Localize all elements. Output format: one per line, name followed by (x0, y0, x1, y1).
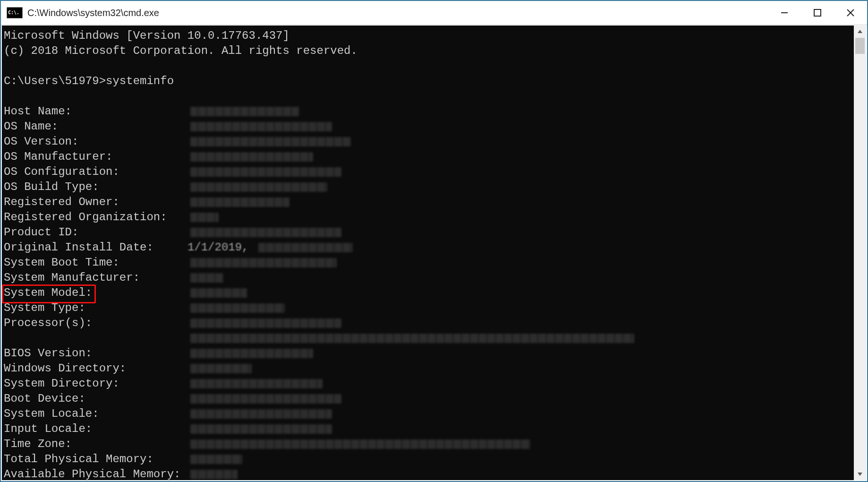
chevron-up-icon (857, 29, 863, 34)
systeminfo-row: Available Physical Memory: (4, 467, 854, 480)
svg-marker-5 (858, 473, 862, 476)
field-label: System Directory: (4, 376, 187, 391)
scroll-thumb[interactable] (855, 38, 865, 54)
systeminfo-row: OS Configuration: (4, 164, 854, 180)
systeminfo-row: Time Zone: (4, 437, 854, 452)
field-label: System Locale: (4, 406, 187, 422)
systeminfo-row: Host Name: (4, 104, 854, 119)
redacted-value (190, 122, 332, 131)
field-label: OS Manufacturer: (4, 149, 187, 164)
field-label: System Boot Time: (4, 255, 187, 270)
maximize-button[interactable] (801, 1, 834, 25)
blank-line (4, 89, 854, 104)
maximize-icon (813, 9, 822, 17)
redacted-value (190, 167, 341, 177)
systeminfo-row: OS Name: (4, 119, 854, 134)
field-label: BIOS Version: (4, 346, 187, 361)
redacted-value (190, 152, 313, 162)
systeminfo-row: Input Locale: (4, 422, 854, 437)
field-partial-value: 1/1/2019, (187, 240, 255, 255)
redacted-value (190, 455, 242, 464)
redacted-value (190, 334, 634, 343)
redacted-value (190, 273, 223, 283)
field-label: Processor(s): (4, 316, 187, 331)
field-label: Original Install Date: (4, 240, 187, 255)
redacted-value (190, 379, 323, 388)
systeminfo-row (4, 331, 854, 346)
field-label: Total Physical Memory: (4, 452, 187, 467)
window-title: C:\Windows\system32\cmd.exe (27, 8, 159, 18)
blank-line (4, 59, 854, 74)
redacted-value (190, 409, 332, 419)
field-label: OS Build Type: (4, 180, 187, 195)
field-label: Host Name: (4, 104, 187, 119)
systeminfo-row: System Locale: (4, 406, 854, 422)
systeminfo-row: OS Build Type: (4, 180, 854, 195)
redacted-value (190, 228, 341, 237)
cmd-icon: C:\. (7, 7, 23, 18)
redacted-value (190, 182, 327, 192)
close-icon (846, 9, 855, 17)
redacted-value (190, 258, 337, 267)
systeminfo-row: System Directory: (4, 376, 854, 391)
redacted-value (190, 470, 238, 479)
console-output[interactable]: Microsoft Windows [Version 10.0.17763.43… (2, 26, 854, 480)
redacted-value (190, 213, 219, 222)
systeminfo-row: System Manufacturer: (4, 270, 854, 285)
redacted-value (190, 349, 313, 358)
close-button[interactable] (834, 1, 867, 25)
field-label: Boot Device: (4, 391, 187, 406)
field-label: OS Version: (4, 134, 187, 149)
vertical-scrollbar[interactable] (854, 26, 866, 480)
systeminfo-row: System Boot Time: (4, 255, 854, 270)
field-label: Input Locale: (4, 422, 187, 437)
svg-marker-4 (858, 30, 862, 33)
redacted-value (190, 318, 341, 328)
field-label: Registered Owner: (4, 195, 187, 210)
field-label (4, 331, 187, 346)
banner-line-2: (c) 2018 Microsoft Corporation. All righ… (4, 43, 854, 59)
systeminfo-row: Registered Owner: (4, 195, 854, 210)
client-area: Microsoft Windows [Version 10.0.17763.43… (2, 26, 866, 480)
systeminfo-row: Windows Directory: (4, 361, 854, 376)
prompt-path: C:\Users\51979> (4, 74, 106, 89)
cmd-window: C:\. C:\Windows\system32\cmd.exe Microso… (0, 0, 868, 482)
redacted-value (190, 107, 299, 116)
minimize-icon (780, 9, 789, 17)
systeminfo-row: OS Version: (4, 134, 854, 149)
prompt-line: C:\Users\51979>systeminfo (4, 74, 854, 89)
svg-rect-1 (814, 9, 821, 16)
systeminfo-row: Processor(s): (4, 316, 854, 331)
redacted-value (190, 288, 247, 298)
minimize-button[interactable] (768, 1, 801, 25)
scroll-track[interactable] (854, 38, 866, 468)
redacted-value (190, 394, 341, 404)
field-label: Registered Organization: (4, 210, 187, 225)
field-label: Available Physical Memory: (4, 467, 187, 480)
chevron-down-icon (857, 471, 863, 477)
redacted-value (190, 424, 332, 434)
scroll-down-button[interactable] (854, 468, 866, 480)
banner-line-1: Microsoft Windows [Version 10.0.17763.43… (4, 28, 854, 43)
scroll-up-button[interactable] (854, 26, 866, 38)
field-label: System Model: (4, 285, 187, 301)
field-label: System Manufacturer: (4, 270, 187, 285)
systeminfo-row: OS Manufacturer: (4, 149, 854, 164)
redacted-value (190, 303, 285, 313)
field-label: Time Zone: (4, 437, 187, 452)
systeminfo-row: Product ID: (4, 225, 854, 240)
title-bar[interactable]: C:\. C:\Windows\system32\cmd.exe (1, 1, 867, 25)
field-label: OS Name: (4, 119, 187, 134)
systeminfo-row: System Model: (4, 285, 854, 301)
field-label: System Type: (4, 301, 187, 316)
field-label: Product ID: (4, 225, 187, 240)
redacted-value (258, 243, 353, 252)
systeminfo-row: System Type: (4, 301, 854, 316)
field-label: OS Configuration: (4, 164, 187, 180)
redacted-value (190, 198, 289, 207)
systeminfo-row: Registered Organization: (4, 210, 854, 225)
systeminfo-row: Original Install Date: 1/1/2019, (4, 240, 854, 255)
redacted-value (190, 137, 351, 146)
systeminfo-row: BIOS Version: (4, 346, 854, 361)
redacted-value (190, 364, 252, 373)
